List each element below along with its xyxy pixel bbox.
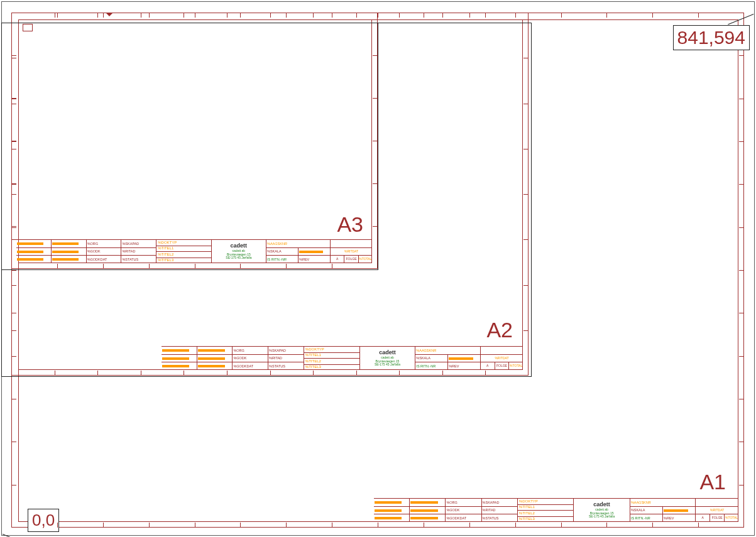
pagecol: %RITDAT A FOLGE %TOTAL xyxy=(696,499,738,522)
page-total: %TOTAL xyxy=(509,362,523,370)
titel1: %TITEL1 xyxy=(518,504,574,511)
titel2: %TITEL2 xyxy=(304,358,359,364)
extent-coord-box: 841,594 xyxy=(673,25,750,50)
page-total: %TOTAL xyxy=(359,256,372,263)
titleblock-a2: %ORG %SKAPAD %GODK %RITAD %GODKDAT %STAT… xyxy=(162,346,523,370)
cell-status: %STATUS xyxy=(121,256,156,263)
corner-mark-icon xyxy=(23,24,33,31)
iritdat: %RITDAT xyxy=(481,355,523,362)
doktyp: %DOKTYP xyxy=(518,499,574,504)
drawing-number-block: %AAGSKNR %SKALA IS RITN.-NR %REV xyxy=(415,347,481,370)
sheet-label-a2: A2 xyxy=(486,318,513,342)
sheet-label-a3: A3 xyxy=(337,212,363,237)
page-total: %TOTAL xyxy=(725,514,738,522)
logo-block: cadett cadett ab Bryntevaegen 15 SE-175 … xyxy=(360,347,416,370)
titleblock-a3: %ORG %SKAPAD %GODK %RITAD %GODKDAT %STAT… xyxy=(16,239,372,263)
logo-block: cadett cadett ab Bryntevaegen 15 SE-175 … xyxy=(212,240,266,263)
cell-godk: %GODK xyxy=(446,507,481,514)
page-a: A xyxy=(696,514,710,522)
irev: %REV xyxy=(663,514,695,522)
company-line3: SE-175 45 Jarfalla xyxy=(589,515,615,519)
company-line3: SE-175 45 Jarfalla xyxy=(226,256,251,260)
titel1: %TITEL1 xyxy=(304,352,359,359)
sheet-label-a1: A1 xyxy=(699,470,726,494)
drawing-number-block: %AAGSKNR %SKALA IS RITN.-NR %REV xyxy=(266,240,331,263)
is-ritn-nr: IS RITN.-NR xyxy=(415,362,448,370)
iritdat: %RITDAT xyxy=(331,248,372,256)
title-stack: %DOKTYP %TITEL1 %TITEL2 %TITEL3 xyxy=(156,240,211,263)
sheet-inner-a3 xyxy=(18,19,372,263)
titel2: %TITEL2 xyxy=(518,510,574,516)
cell-status: %STATUS xyxy=(482,514,517,522)
sheet-frame-a3: A3 %ORG %SKAPAD %GODK %RITAD %GODKDAT %S… xyxy=(11,13,378,269)
pagecol: %RITDAT A FOLGE %TOTAL xyxy=(331,240,372,263)
iaagsknr: %AAGSKNR xyxy=(266,240,330,247)
titel3: %TITEL3 xyxy=(304,364,359,371)
cell-godkdat: %GODKDAT xyxy=(87,256,122,263)
cell-godkdat: %GODKDAT xyxy=(446,514,481,522)
rev-table: %ORG %SKAPAD %GODK %RITAD %GODKDAT %STAT… xyxy=(162,347,304,370)
titel2: %TITEL2 xyxy=(156,251,211,258)
page-a: A xyxy=(481,362,495,370)
title-stack: %DOKTYP %TITEL1 %TITEL2 %TITEL3 xyxy=(304,347,360,370)
cell-org: %ORG xyxy=(233,347,268,354)
page-folge: FOLGE xyxy=(495,362,510,370)
title-stack: %DOKTYP %TITEL1 %TITEL2 %TITEL3 xyxy=(518,499,574,522)
cell-ritad: %RITAD xyxy=(121,248,156,256)
cell-ritad: %RITAD xyxy=(482,507,517,514)
is-ritn-nr: IS RITN.-NR xyxy=(630,514,663,522)
doktyp: %DOKTYP xyxy=(156,240,211,246)
iritdat: %RITDAT xyxy=(696,507,738,514)
drawing-number-block: %AAGSKNR %SKALA IS RITN.-NR %REV xyxy=(630,499,696,522)
doktyp: %DOKTYP xyxy=(304,347,359,352)
centering-mark-icon xyxy=(106,13,112,16)
logo-block: cadett cadett ab Bryntevaegen 15 SE-175 … xyxy=(574,499,630,522)
cell-status: %STATUS xyxy=(268,362,304,370)
titel1: %TITEL1 xyxy=(156,246,211,252)
page-a: A xyxy=(331,256,344,263)
iskala: %SKALA xyxy=(415,355,448,362)
irev: %REV xyxy=(299,256,330,263)
cell-godkdat: %GODKDAT xyxy=(233,362,268,370)
titel3: %TITEL3 xyxy=(156,258,211,264)
titel3: %TITEL3 xyxy=(518,516,574,523)
is-ritn-nr: IS RITN.-NR xyxy=(266,256,299,263)
cell-godk: %GODK xyxy=(87,248,122,256)
pagecol: %RITDAT A FOLGE %TOTAL xyxy=(481,347,523,370)
irev: %REV xyxy=(448,362,480,370)
titleblock-a1: %ORG %SKAPAD %GODK %RITAD %GODKDAT %STAT… xyxy=(374,498,738,522)
iaagsknr: %AAGSKNR xyxy=(630,499,695,506)
company-line3: SE-175 45 Jarfalla xyxy=(375,363,400,367)
cell-godk: %GODK xyxy=(233,355,268,362)
rev-table: %ORG %SKAPAD %GODK %RITAD %GODKDAT %STAT… xyxy=(16,240,156,263)
cell-org: %ORG xyxy=(87,240,122,247)
iskala: %SKALA xyxy=(630,507,663,514)
page-folge: FOLGE xyxy=(344,256,358,263)
cell-skapad: %SKAPAD xyxy=(121,240,156,247)
origin-coord-box: 0,0 xyxy=(28,509,59,532)
rev-table: %ORG %SKAPAD %GODK %RITAD %GODKDAT %STAT… xyxy=(374,499,518,522)
cell-ritad: %RITAD xyxy=(268,355,304,362)
cell-org: %ORG xyxy=(446,499,481,506)
iskala: %SKALA xyxy=(266,248,299,256)
cell-skapad: %SKAPAD xyxy=(268,347,304,354)
cell-skapad: %SKAPAD xyxy=(482,499,517,506)
page-folge: FOLGE xyxy=(710,514,725,522)
iaagsknr: %AAGSKNR xyxy=(415,347,480,354)
